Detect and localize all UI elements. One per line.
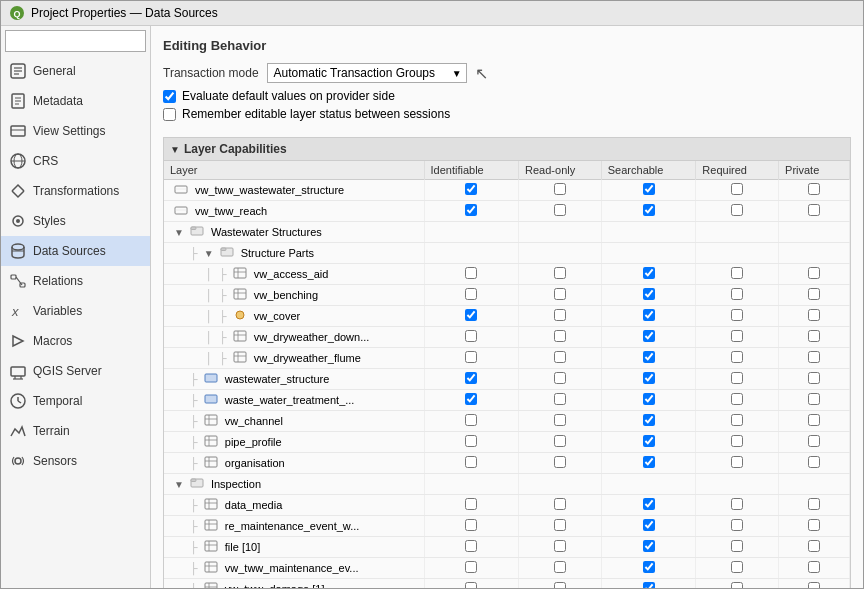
table-cell-searchable[interactable] <box>601 306 696 327</box>
required-checkbox[interactable] <box>731 351 743 363</box>
table-cell-searchable[interactable] <box>601 537 696 558</box>
table-cell-readonly[interactable] <box>519 411 602 432</box>
table-cell-identifiable[interactable] <box>424 495 519 516</box>
table-cell-required[interactable] <box>696 180 779 201</box>
table-cell-identifiable[interactable] <box>424 201 519 222</box>
readonly-checkbox[interactable] <box>554 372 566 384</box>
table-cell-searchable[interactable] <box>601 411 696 432</box>
table-cell-required[interactable] <box>696 453 779 474</box>
table-cell-required[interactable] <box>696 390 779 411</box>
table-cell-identifiable[interactable] <box>424 432 519 453</box>
readonly-checkbox[interactable] <box>554 540 566 552</box>
table-cell-private[interactable] <box>779 390 850 411</box>
required-checkbox[interactable] <box>731 267 743 279</box>
search-input[interactable] <box>5 30 146 52</box>
private-checkbox[interactable] <box>808 183 820 195</box>
table-cell-layer-name[interactable]: ▼Wastewater Structures <box>164 222 424 243</box>
table-cell-searchable[interactable] <box>601 474 696 495</box>
table-cell-required[interactable] <box>696 222 779 243</box>
identifiable-checkbox[interactable] <box>465 372 477 384</box>
table-cell-identifiable[interactable] <box>424 180 519 201</box>
table-cell-identifiable[interactable] <box>424 243 519 264</box>
table-cell-required[interactable] <box>696 432 779 453</box>
identifiable-checkbox[interactable] <box>465 288 477 300</box>
private-checkbox[interactable] <box>808 351 820 363</box>
table-cell-required[interactable] <box>696 243 779 264</box>
table-cell-required[interactable] <box>696 495 779 516</box>
table-cell-readonly[interactable] <box>519 180 602 201</box>
table-cell-identifiable[interactable] <box>424 474 519 495</box>
table-cell-readonly[interactable] <box>519 558 602 579</box>
required-checkbox[interactable] <box>731 183 743 195</box>
table-cell-layer-name[interactable]: ├▼Structure Parts <box>164 243 424 264</box>
table-cell-searchable[interactable] <box>601 390 696 411</box>
readonly-checkbox[interactable] <box>554 351 566 363</box>
private-checkbox[interactable] <box>808 204 820 216</box>
searchable-checkbox[interactable] <box>643 351 655 363</box>
table-cell-identifiable[interactable] <box>424 306 519 327</box>
required-checkbox[interactable] <box>731 582 743 588</box>
identifiable-checkbox[interactable] <box>465 330 477 342</box>
table-cell-private[interactable] <box>779 306 850 327</box>
table-cell-readonly[interactable] <box>519 201 602 222</box>
readonly-checkbox[interactable] <box>554 309 566 321</box>
table-cell-searchable[interactable] <box>601 558 696 579</box>
private-checkbox[interactable] <box>808 582 820 588</box>
table-cell-readonly[interactable] <box>519 474 602 495</box>
private-checkbox[interactable] <box>808 561 820 573</box>
searchable-checkbox[interactable] <box>643 582 655 588</box>
transaction-mode-dropdown[interactable]: Automatic Transaction Groups ▼ <box>267 63 467 83</box>
identifiable-checkbox[interactable] <box>465 204 477 216</box>
table-cell-private[interactable] <box>779 180 850 201</box>
table-cell-required[interactable] <box>696 558 779 579</box>
identifiable-checkbox[interactable] <box>465 393 477 405</box>
table-cell-identifiable[interactable] <box>424 285 519 306</box>
table-cell-identifiable[interactable] <box>424 558 519 579</box>
table-cell-readonly[interactable] <box>519 243 602 264</box>
evaluate-defaults-checkbox[interactable] <box>163 90 176 103</box>
required-checkbox[interactable] <box>731 519 743 531</box>
identifiable-checkbox[interactable] <box>465 498 477 510</box>
table-cell-readonly[interactable] <box>519 432 602 453</box>
searchable-checkbox[interactable] <box>643 309 655 321</box>
table-cell-readonly[interactable] <box>519 495 602 516</box>
searchable-checkbox[interactable] <box>643 288 655 300</box>
private-checkbox[interactable] <box>808 330 820 342</box>
sidebar-item-styles[interactable]: Styles <box>1 206 150 236</box>
sidebar-item-transformations[interactable]: Transformations <box>1 176 150 206</box>
table-cell-required[interactable] <box>696 369 779 390</box>
table-cell-searchable[interactable] <box>601 243 696 264</box>
searchable-checkbox[interactable] <box>643 435 655 447</box>
searchable-checkbox[interactable] <box>643 183 655 195</box>
table-cell-identifiable[interactable] <box>424 369 519 390</box>
table-cell-readonly[interactable] <box>519 453 602 474</box>
identifiable-checkbox[interactable] <box>465 456 477 468</box>
readonly-checkbox[interactable] <box>554 561 566 573</box>
table-cell-required[interactable] <box>696 474 779 495</box>
table-cell-readonly[interactable] <box>519 285 602 306</box>
readonly-checkbox[interactable] <box>554 183 566 195</box>
sidebar-item-view-settings[interactable]: View Settings <box>1 116 150 146</box>
sidebar-item-metadata[interactable]: Metadata <box>1 86 150 116</box>
table-cell-required[interactable] <box>696 201 779 222</box>
required-checkbox[interactable] <box>731 330 743 342</box>
identifiable-checkbox[interactable] <box>465 414 477 426</box>
table-cell-identifiable[interactable] <box>424 222 519 243</box>
readonly-checkbox[interactable] <box>554 498 566 510</box>
table-cell-private[interactable] <box>779 327 850 348</box>
identifiable-checkbox[interactable] <box>465 435 477 447</box>
table-cell-private[interactable] <box>779 432 850 453</box>
searchable-checkbox[interactable] <box>643 498 655 510</box>
table-cell-private[interactable] <box>779 264 850 285</box>
table-cell-searchable[interactable] <box>601 432 696 453</box>
table-cell-readonly[interactable] <box>519 516 602 537</box>
required-checkbox[interactable] <box>731 456 743 468</box>
remember-editable-checkbox[interactable] <box>163 108 176 121</box>
layer-capabilities-header[interactable]: ▼ Layer Capabilities <box>163 137 851 161</box>
table-cell-readonly[interactable] <box>519 222 602 243</box>
sidebar-item-relations[interactable]: Relations <box>1 266 150 296</box>
identifiable-checkbox[interactable] <box>465 519 477 531</box>
identifiable-checkbox[interactable] <box>465 582 477 588</box>
table-cell-searchable[interactable] <box>601 327 696 348</box>
required-checkbox[interactable] <box>731 414 743 426</box>
